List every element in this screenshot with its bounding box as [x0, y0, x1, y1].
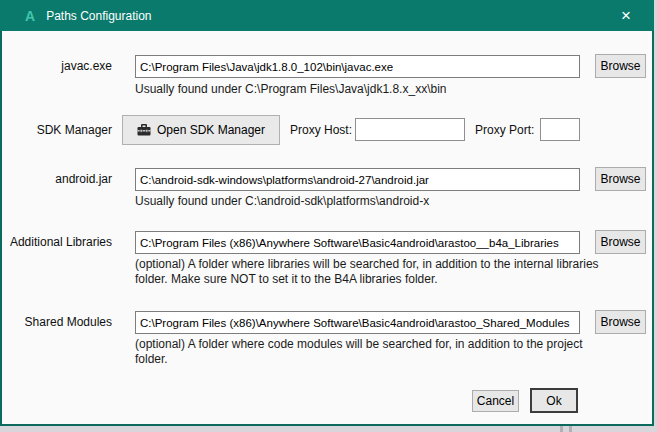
javac-label: javac.exe — [2, 55, 112, 78]
close-icon: × — [621, 6, 631, 26]
android-jar-hint: Usually found under C:\android-sdk\platf… — [135, 194, 429, 209]
proxy-host-input[interactable] — [355, 118, 465, 141]
proxy-host-label: Proxy Host: — [290, 119, 352, 141]
proxy-port-input[interactable] — [540, 118, 580, 141]
app-logo-icon: A — [25, 8, 35, 24]
android-jar-browse-button[interactable]: Browse — [595, 167, 646, 191]
toolbox-icon — [137, 124, 151, 136]
javac-path-input[interactable] — [135, 55, 580, 78]
ok-button[interactable]: Ok — [530, 388, 578, 413]
page-title: Paths Configuration — [46, 9, 151, 23]
cancel-button[interactable]: Cancel — [472, 390, 519, 412]
background-window-strip — [0, 426, 657, 432]
title-bar: A Paths Configuration × — [0, 0, 654, 31]
background-splitter-line — [560, 426, 563, 432]
javac-browse-button[interactable]: Browse — [595, 54, 646, 78]
shared-modules-browse-button[interactable]: Browse — [595, 310, 646, 334]
paths-configuration-dialog: A Paths Configuration × javac.exe Browse… — [0, 0, 654, 426]
sdk-manager-label: SDK Manager — [2, 119, 112, 142]
additional-libraries-label: Additional Libraries — [2, 231, 112, 254]
javac-hint: Usually found under C:\Program Files\Jav… — [135, 82, 446, 97]
shared-modules-hint: (optional) A folder where code modules w… — [135, 337, 607, 367]
close-button[interactable]: × — [606, 0, 646, 31]
shared-modules-path-input[interactable] — [135, 311, 580, 334]
open-sdk-manager-button[interactable]: Open SDK Manager — [122, 115, 280, 145]
android-jar-label: android.jar — [2, 168, 112, 191]
proxy-port-label: Proxy Port: — [475, 119, 534, 141]
background-splitter-line — [569, 426, 572, 432]
shared-modules-label: Shared Modules — [2, 311, 112, 334]
additional-libraries-browse-button[interactable]: Browse — [595, 230, 646, 254]
android-jar-path-input[interactable] — [135, 168, 580, 191]
additional-libraries-hint: (optional) A folder where libraries will… — [135, 257, 607, 287]
open-sdk-manager-label: Open SDK Manager — [157, 123, 265, 137]
additional-libraries-path-input[interactable] — [135, 231, 580, 254]
